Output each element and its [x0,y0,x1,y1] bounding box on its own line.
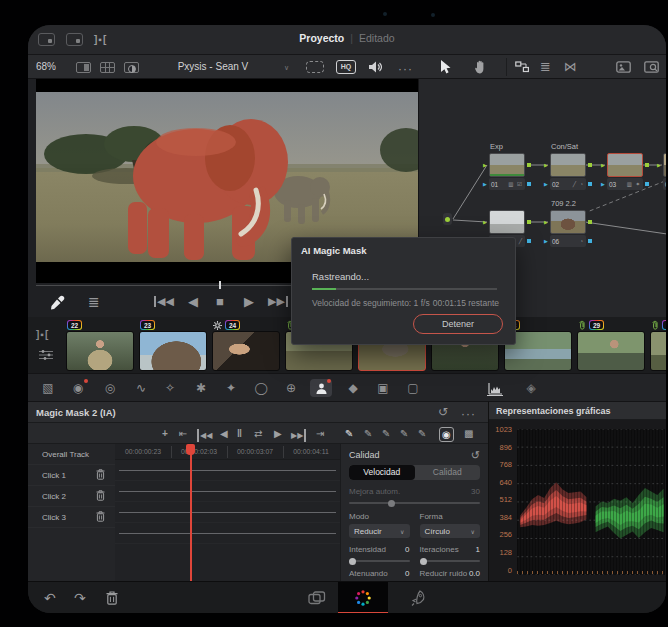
track-forward-button[interactable]: ▶ [274,427,282,440]
compare-view-icon[interactable] [124,62,139,73]
hdr-wheels-icon[interactable]: ◎ [99,379,121,397]
waveform-scope-icon[interactable] [484,379,506,397]
layers-icon[interactable]: ≣ [540,60,551,73]
clip-29[interactable]: 29 [577,319,645,371]
zoom-level[interactable]: 68% [36,61,56,72]
camera-raw-icon[interactable]: ▧ [37,379,59,397]
split-view-icon[interactable] [76,62,91,73]
auto-improve-slider[interactable] [349,502,480,504]
node-03-selected[interactable]: 03▥ ✦ ▶ ▶ [607,153,643,190]
track-bidirectional-button[interactable]: ⇄ [254,427,262,440]
trash-icon[interactable] [96,511,105,522]
timeline-playhead-handle[interactable] [186,444,195,455]
trash-icon[interactable] [96,490,105,501]
tab-project[interactable]: Proyecto [299,32,344,44]
skip-end-button[interactable]: ▶▶ [268,296,288,307]
stroke-remove-icon[interactable]: ✎ [400,427,408,440]
curves-icon[interactable]: ∿ [130,379,152,397]
trash-icon[interactable] [96,469,105,480]
clip-24[interactable]: 24 [212,319,280,371]
keyframe-lane[interactable] [115,502,340,523]
timeline-playhead[interactable] [190,444,192,581]
composite-mode-icon[interactable]: ▩ [464,427,473,440]
mask-overlay-toggle-icon[interactable]: ◉ [439,427,454,442]
power-window-icon[interactable]: ◯ [250,379,272,397]
clips-strip-icon[interactable]: ]▪[ [36,329,49,340]
speaker-icon[interactable] [368,60,382,74]
track-to-start-button[interactable]: ◀◀ [197,429,212,442]
node-04[interactable]: 04▥ ◔ ▶ [663,153,666,190]
effects-icon[interactable]: ▣ [372,379,394,397]
magic-mask-icon[interactable] [310,379,332,397]
undo-button[interactable]: ↶ [44,590,56,606]
draw-add-stroke-icon[interactable]: ✎ [345,427,353,440]
range-start-icon[interactable]: ⇤ [179,427,187,440]
bypass-grades-icon[interactable] [306,61,324,73]
track-to-end-button[interactable]: ▶▶ [291,429,306,442]
tracker-icon[interactable]: ⊕ [280,379,302,397]
deliver-page-icon[interactable] [410,590,426,606]
tab-edited[interactable]: Editado [359,32,395,44]
play-button[interactable]: ▶ [244,295,254,308]
layer-diamonds-icon[interactable]: ◈ [520,379,542,397]
node-01[interactable]: Exp 01▥ ☑ ▶ ▶ [489,153,525,190]
timeline-ruler[interactable]: 00:00:00:23 00:00:02:03 00:00:03:07 00:0… [115,444,340,460]
panel-more-icon[interactable]: ··· [461,408,476,420]
redo-button[interactable]: ↷ [74,590,86,606]
stop-button[interactable]: ■ [216,295,224,308]
hand-tool-icon[interactable] [474,60,487,74]
gallery-stills-icon[interactable] [616,61,631,73]
mode-dropdown[interactable]: Reducir∨ [349,524,410,538]
blur-icon[interactable]: ◆ [342,379,364,397]
keyframe-lane[interactable] [115,460,340,481]
toggle-quality[interactable]: Calidad [415,465,481,480]
eyedropper-icon[interactable] [50,295,65,310]
toggle-speed[interactable]: Velocidad [349,465,415,480]
lut-browser-icon[interactable] [644,61,659,73]
grid-view-icon[interactable] [100,62,115,73]
stop-button[interactable]: Detener [413,314,503,334]
clip-23[interactable]: 23 [139,319,207,371]
clip-title[interactable]: Pxysis - Sean V [148,61,278,72]
track-click-3[interactable]: Click 3 [28,507,115,528]
draw-remove-stroke-icon[interactable]: ✎ [364,427,372,440]
node-02[interactable]: Con/Sat 02╱ ◔ ▶ ▶ [550,153,586,190]
track-click-1[interactable]: Click 1 [28,465,115,486]
range-end-icon[interactable]: ⇥ [316,427,324,440]
color-page-tab[interactable] [338,582,388,613]
notes-icon[interactable]: ▢ [402,379,424,397]
node-06[interactable]: 709 2.2 06◔ ▶ ▶ [550,210,586,247]
skip-start-button[interactable]: ◀◀ [154,296,174,307]
stroke-add-icon[interactable]: ✎ [382,427,390,440]
reset-icon[interactable]: ↺ [471,450,480,461]
trash-icon[interactable] [106,591,118,605]
track-reverse-button[interactable]: ◀ [220,427,228,440]
hue-curves-icon[interactable]: ✱ [190,379,212,397]
keyframe-lane[interactable] [115,523,340,544]
keyframe-lane[interactable] [115,481,340,502]
param-slider[interactable] [420,560,481,562]
picker-icon[interactable]: ✦ [220,379,242,397]
track-overall[interactable]: Overall Track [28,444,115,465]
clip-22[interactable]: 22 [66,319,134,371]
reset-icon[interactable]: ↺ [438,406,448,418]
node-graph-icon[interactable] [515,61,529,73]
track-click-2[interactable]: Click 2 [28,486,115,507]
pause-tracking-button[interactable]: ‖ [237,427,242,440]
clip-30[interactable]: 30 [650,319,666,371]
cursor-tool-icon[interactable] [440,60,453,74]
shape-dropdown[interactable]: Círculo∨ [420,524,481,538]
hq-playback-icon[interactable]: HQ [336,60,356,74]
strip-options-icon[interactable] [38,349,54,361]
layers-icon[interactable]: ≣ [88,295,100,309]
source-node-dot[interactable] [443,213,452,225]
param-slider[interactable] [349,560,410,562]
clip-title-caret-icon[interactable]: ∨ [284,64,289,72]
edit-page-icon[interactable] [308,591,326,605]
qualifier-icon[interactable]: ✧ [159,379,181,397]
more-options-icon[interactable]: ··· [398,63,413,75]
color-wheels-icon[interactable]: ◉ [67,379,89,397]
add-tracking-point-icon[interactable]: + [162,427,168,440]
splitter-combiner-icon[interactable]: ⋈ [564,60,577,73]
eraser-icon[interactable]: ✎ [418,427,426,440]
